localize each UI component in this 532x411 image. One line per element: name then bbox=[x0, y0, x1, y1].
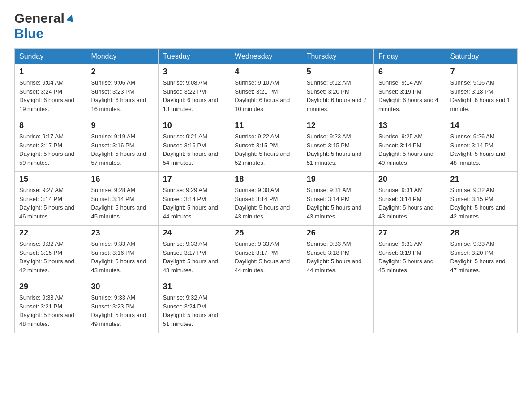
day-number: 25 bbox=[235, 228, 297, 238]
day-number: 24 bbox=[163, 228, 225, 238]
day-info: Sunrise: 9:08 AMSunset: 3:22 PMDaylight:… bbox=[163, 79, 218, 112]
weekday-header-tuesday: Tuesday bbox=[158, 49, 230, 64]
day-info: Sunrise: 9:16 AMSunset: 3:18 PMDaylight:… bbox=[450, 79, 511, 112]
calendar-week-row: 22 Sunrise: 9:32 AMSunset: 3:15 PMDaylig… bbox=[15, 226, 518, 279]
calendar-cell: 2 Sunrise: 9:06 AMSunset: 3:23 PMDayligh… bbox=[86, 64, 158, 118]
day-info: Sunrise: 9:22 AMSunset: 3:15 PMDaylight:… bbox=[235, 133, 290, 166]
day-number: 23 bbox=[91, 228, 153, 238]
day-info: Sunrise: 9:28 AMSunset: 3:14 PMDaylight:… bbox=[91, 187, 146, 220]
day-number: 6 bbox=[378, 67, 441, 77]
calendar-cell: 6 Sunrise: 9:14 AMSunset: 3:19 PMDayligh… bbox=[374, 64, 446, 118]
calendar-week-row: 8 Sunrise: 9:17 AMSunset: 3:17 PMDayligh… bbox=[15, 118, 518, 172]
day-number: 28 bbox=[450, 228, 513, 238]
day-info: Sunrise: 9:31 AMSunset: 3:14 PMDaylight:… bbox=[307, 187, 362, 220]
day-info: Sunrise: 9:33 AMSunset: 3:21 PMDaylight:… bbox=[19, 294, 74, 327]
calendar-cell bbox=[446, 279, 517, 333]
day-number: 10 bbox=[163, 121, 225, 130]
day-info: Sunrise: 9:33 AMSunset: 3:23 PMDaylight:… bbox=[91, 294, 146, 327]
day-number: 15 bbox=[19, 175, 82, 184]
day-number: 26 bbox=[307, 228, 369, 238]
logo-blue-text: Blue bbox=[14, 26, 43, 41]
calendar-cell: 15 Sunrise: 9:27 AMSunset: 3:14 PMDaylig… bbox=[15, 172, 86, 226]
day-info: Sunrise: 9:17 AMSunset: 3:17 PMDaylight:… bbox=[19, 133, 74, 166]
calendar-week-row: 15 Sunrise: 9:27 AMSunset: 3:14 PMDaylig… bbox=[15, 172, 518, 226]
day-info: Sunrise: 9:33 AMSunset: 3:17 PMDaylight:… bbox=[163, 240, 218, 274]
calendar-cell: 24 Sunrise: 9:33 AMSunset: 3:17 PMDaylig… bbox=[158, 226, 230, 279]
calendar-cell: 22 Sunrise: 9:32 AMSunset: 3:15 PMDaylig… bbox=[15, 226, 86, 279]
day-number: 2 bbox=[91, 67, 153, 77]
day-info: Sunrise: 9:33 AMSunset: 3:19 PMDaylight:… bbox=[378, 240, 433, 274]
day-info: Sunrise: 9:19 AMSunset: 3:16 PMDaylight:… bbox=[91, 133, 146, 166]
day-info: Sunrise: 9:33 AMSunset: 3:16 PMDaylight:… bbox=[91, 240, 146, 274]
day-info: Sunrise: 9:14 AMSunset: 3:19 PMDaylight:… bbox=[378, 79, 438, 112]
day-info: Sunrise: 9:31 AMSunset: 3:14 PMDaylight:… bbox=[378, 187, 433, 220]
calendar-header-row: SundayMondayTuesdayWednesdayThursdayFrid… bbox=[15, 49, 518, 64]
calendar-cell: 17 Sunrise: 9:29 AMSunset: 3:14 PMDaylig… bbox=[158, 172, 230, 226]
day-number: 3 bbox=[163, 67, 225, 77]
calendar-week-row: 29 Sunrise: 9:33 AMSunset: 3:21 PMDaylig… bbox=[15, 279, 518, 333]
day-info: Sunrise: 9:33 AMSunset: 3:20 PMDaylight:… bbox=[450, 240, 506, 274]
day-number: 1 bbox=[19, 67, 82, 77]
day-number: 14 bbox=[450, 121, 513, 130]
calendar-cell bbox=[302, 279, 373, 333]
calendar-cell: 9 Sunrise: 9:19 AMSunset: 3:16 PMDayligh… bbox=[86, 118, 158, 172]
calendar-cell: 8 Sunrise: 9:17 AMSunset: 3:17 PMDayligh… bbox=[15, 118, 86, 172]
day-info: Sunrise: 9:32 AMSunset: 3:24 PMDaylight:… bbox=[163, 294, 218, 327]
calendar-cell: 5 Sunrise: 9:12 AMSunset: 3:20 PMDayligh… bbox=[302, 64, 373, 118]
day-info: Sunrise: 9:33 AMSunset: 3:17 PMDaylight:… bbox=[235, 240, 290, 274]
day-number: 7 bbox=[450, 67, 513, 77]
calendar-cell: 26 Sunrise: 9:33 AMSunset: 3:18 PMDaylig… bbox=[302, 226, 373, 279]
calendar-table: SundayMondayTuesdayWednesdayThursdayFrid… bbox=[14, 48, 518, 333]
day-number: 31 bbox=[163, 282, 225, 291]
weekday-header-sunday: Sunday bbox=[15, 49, 86, 64]
calendar-cell: 31 Sunrise: 9:32 AMSunset: 3:24 PMDaylig… bbox=[158, 279, 230, 333]
calendar-cell: 19 Sunrise: 9:31 AMSunset: 3:14 PMDaylig… bbox=[302, 172, 373, 226]
calendar-cell bbox=[230, 279, 302, 333]
logo-general-text: General bbox=[14, 11, 64, 26]
day-number: 9 bbox=[91, 121, 153, 130]
calendar-cell: 29 Sunrise: 9:33 AMSunset: 3:21 PMDaylig… bbox=[15, 279, 86, 333]
day-number: 8 bbox=[19, 121, 82, 130]
calendar-cell: 13 Sunrise: 9:25 AMSunset: 3:14 PMDaylig… bbox=[374, 118, 446, 172]
svg-marker-0 bbox=[66, 13, 75, 22]
day-number: 22 bbox=[19, 228, 82, 238]
calendar-cell: 30 Sunrise: 9:33 AMSunset: 3:23 PMDaylig… bbox=[86, 279, 158, 333]
weekday-header-saturday: Saturday bbox=[446, 49, 517, 64]
day-info: Sunrise: 9:23 AMSunset: 3:15 PMDaylight:… bbox=[307, 133, 362, 166]
day-info: Sunrise: 9:04 AMSunset: 3:24 PMDaylight:… bbox=[19, 79, 74, 112]
calendar-cell: 14 Sunrise: 9:26 AMSunset: 3:14 PMDaylig… bbox=[446, 118, 517, 172]
day-number: 30 bbox=[91, 282, 153, 291]
day-number: 13 bbox=[378, 121, 441, 130]
calendar-cell: 10 Sunrise: 9:21 AMSunset: 3:16 PMDaylig… bbox=[158, 118, 230, 172]
calendar-cell: 7 Sunrise: 9:16 AMSunset: 3:18 PMDayligh… bbox=[446, 64, 517, 118]
day-info: Sunrise: 9:21 AMSunset: 3:16 PMDaylight:… bbox=[163, 133, 218, 166]
day-info: Sunrise: 9:32 AMSunset: 3:15 PMDaylight:… bbox=[19, 240, 74, 274]
day-number: 11 bbox=[235, 121, 297, 130]
day-number: 12 bbox=[307, 121, 369, 130]
calendar-cell: 28 Sunrise: 9:33 AMSunset: 3:20 PMDaylig… bbox=[446, 226, 517, 279]
weekday-header-wednesday: Wednesday bbox=[230, 49, 302, 64]
calendar-cell: 3 Sunrise: 9:08 AMSunset: 3:22 PMDayligh… bbox=[158, 64, 230, 118]
page-header: General Blue bbox=[14, 11, 518, 41]
weekday-header-friday: Friday bbox=[374, 49, 446, 64]
day-number: 27 bbox=[378, 228, 441, 238]
calendar-cell: 23 Sunrise: 9:33 AMSunset: 3:16 PMDaylig… bbox=[86, 226, 158, 279]
calendar-cell: 12 Sunrise: 9:23 AMSunset: 3:15 PMDaylig… bbox=[302, 118, 373, 172]
calendar-cell: 1 Sunrise: 9:04 AMSunset: 3:24 PMDayligh… bbox=[15, 64, 86, 118]
logo: General Blue bbox=[14, 11, 75, 41]
day-info: Sunrise: 9:29 AMSunset: 3:14 PMDaylight:… bbox=[163, 187, 218, 220]
day-info: Sunrise: 9:32 AMSunset: 3:15 PMDaylight:… bbox=[450, 187, 506, 220]
day-info: Sunrise: 9:33 AMSunset: 3:18 PMDaylight:… bbox=[307, 240, 362, 274]
day-info: Sunrise: 9:06 AMSunset: 3:23 PMDaylight:… bbox=[91, 79, 146, 112]
calendar-cell: 4 Sunrise: 9:10 AMSunset: 3:21 PMDayligh… bbox=[230, 64, 302, 118]
day-number: 18 bbox=[235, 175, 297, 184]
calendar-week-row: 1 Sunrise: 9:04 AMSunset: 3:24 PMDayligh… bbox=[15, 64, 518, 118]
day-number: 16 bbox=[91, 175, 153, 184]
weekday-header-monday: Monday bbox=[86, 49, 158, 64]
calendar-cell: 20 Sunrise: 9:31 AMSunset: 3:14 PMDaylig… bbox=[374, 172, 446, 226]
calendar-cell: 16 Sunrise: 9:28 AMSunset: 3:14 PMDaylig… bbox=[86, 172, 158, 226]
weekday-header-thursday: Thursday bbox=[302, 49, 373, 64]
calendar-cell bbox=[374, 279, 446, 333]
calendar-cell: 21 Sunrise: 9:32 AMSunset: 3:15 PMDaylig… bbox=[446, 172, 517, 226]
calendar-cell: 11 Sunrise: 9:22 AMSunset: 3:15 PMDaylig… bbox=[230, 118, 302, 172]
